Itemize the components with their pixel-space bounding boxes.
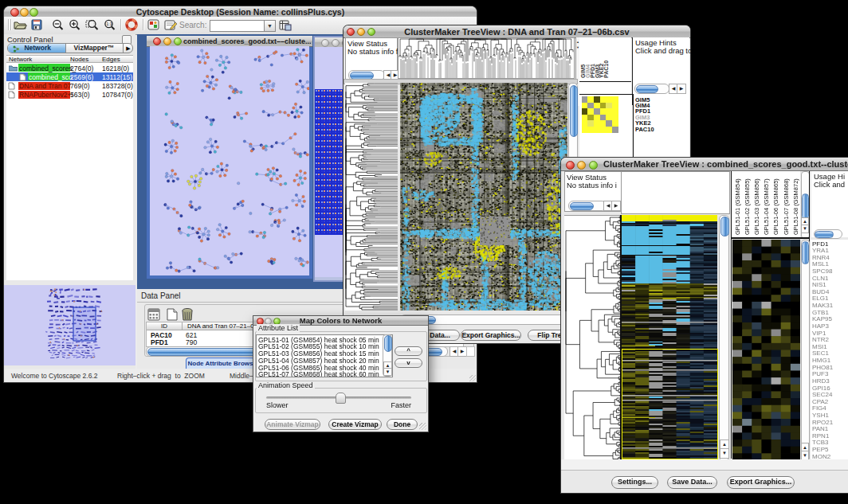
svg-text:1:1: 1:1 [106, 21, 112, 26]
